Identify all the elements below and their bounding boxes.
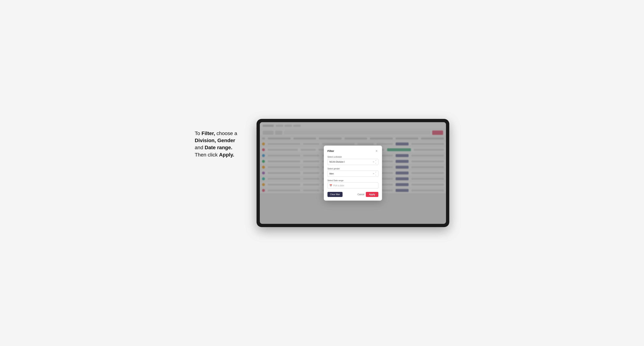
gender-selected-value: Men: [330, 173, 373, 175]
filter-bold: Filter,: [202, 131, 215, 136]
date-range-label: Select Date range: [328, 179, 378, 181]
instruction-text: To Filter, choose a Division, Gender and…: [195, 119, 246, 158]
apply-button[interactable]: Apply: [366, 192, 378, 197]
division-select[interactable]: NCAA Division I × ⌃⌄: [328, 159, 378, 165]
division-chevron-icon: ⌃⌄: [375, 160, 376, 164]
gender-field: Select gender Men × ⌃⌄: [328, 168, 378, 177]
gender-chevron-icon: ⌃⌄: [375, 172, 376, 176]
filter-modal: Filter × Select a division NCAA Division…: [324, 146, 382, 201]
clear-filter-button[interactable]: Clear filter: [328, 192, 342, 197]
gender-select[interactable]: Men × ⌃⌄: [328, 171, 378, 177]
modal-footer-actions: Cancel Apply: [358, 192, 378, 197]
tablet-screen: Filter × Select a division NCAA Division…: [260, 122, 446, 224]
division-selected-value: NCAA Division I: [330, 161, 373, 163]
modal-footer: Clear filter Cancel Apply: [328, 192, 378, 197]
cancel-button[interactable]: Cancel: [358, 193, 364, 196]
gender-label: Select gender: [328, 168, 378, 170]
gender-clear-icon[interactable]: ×: [373, 173, 374, 175]
modal-overlay: Filter × Select a division NCAA Division…: [260, 122, 446, 224]
modal-title: Filter: [328, 149, 334, 153]
tablet-frame: Filter × Select a division NCAA Division…: [256, 119, 449, 227]
date-range-bold: Date range.: [205, 145, 232, 150]
date-range-field: Select Date range 📅 Pick a date: [328, 179, 378, 189]
tablet-wrapper: Filter × Select a division NCAA Division…: [256, 119, 449, 227]
apply-bold: Apply.: [219, 152, 234, 158]
division-label: Select a division: [328, 156, 378, 158]
calendar-icon: 📅: [330, 184, 332, 187]
modal-header: Filter ×: [328, 149, 378, 153]
division-gender-bold: Division, Gender: [195, 138, 235, 143]
division-controls: × ⌃⌄: [373, 160, 376, 164]
division-clear-icon[interactable]: ×: [373, 161, 374, 163]
date-range-input[interactable]: 📅 Pick a date: [328, 182, 378, 189]
date-placeholder: Pick a date: [333, 184, 344, 187]
gender-controls: × ⌃⌄: [373, 172, 376, 176]
modal-close-button[interactable]: ×: [375, 149, 378, 153]
division-field: Select a division NCAA Division I × ⌃⌄: [328, 156, 378, 165]
